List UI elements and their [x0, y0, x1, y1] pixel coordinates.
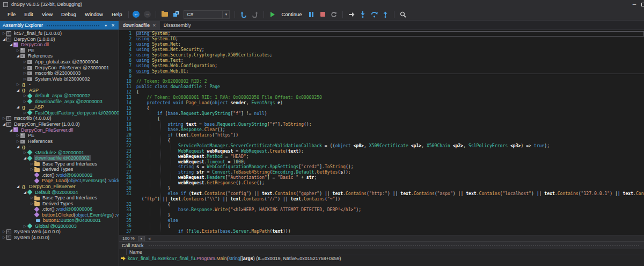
code-line[interactable]: 8using System.Web.UI; [119, 69, 644, 74]
expand-icon[interactable]: ▷ [30, 196, 34, 200]
horizontal-scrollbar[interactable]: ◀ [147, 235, 644, 241]
zoom-level[interactable]: 100 % [119, 236, 138, 241]
collapse-icon[interactable]: ◢ [9, 128, 13, 132]
tree-item[interactable]: button1 : Button @04000001 [0, 218, 119, 224]
redo-button[interactable] [250, 10, 260, 19]
expand-icon[interactable]: ▷ [23, 150, 27, 155]
tree-item[interactable]: ◢DerpyCon_FileServer (1.0.0.0) [0, 121, 119, 127]
tree-item[interactable]: ◢DerpyCon_FileServer.dll [0, 127, 119, 133]
code-line[interactable]: 1using System; [119, 31, 644, 37]
tree-item[interactable]: ▷<Module> @02000001 [0, 149, 119, 155]
expand-icon[interactable]: ▷ [30, 202, 34, 206]
code-line[interactable]: ("ftp") || text.Contains("\\") || text.C… [119, 197, 644, 202]
collapse-icon[interactable]: ◢ [16, 184, 20, 189]
tree-item[interactable]: Page_Load(object, EventArgs) : void @060… [0, 178, 119, 184]
tree-item[interactable]: ◢{}ASP [0, 87, 119, 93]
expand-icon[interactable]: ▷ [2, 229, 6, 234]
callstack-column-header[interactable]: Name [119, 249, 644, 255]
code-line[interactable]: 2using System.IO; [119, 37, 644, 42]
menu-view[interactable]: View [38, 10, 57, 19]
minimize-button[interactable]: ─ [628, 1, 640, 8]
tree-item[interactable]: ◢{}__ASP [0, 104, 119, 110]
tree-item[interactable]: ▷FastObjectFactory_derpycon @02000004 [0, 110, 119, 116]
tab-close-icon[interactable]: ✕ [152, 23, 156, 28]
expand-icon[interactable]: ▷ [23, 71, 27, 75]
expand-icon[interactable]: ▷ [2, 116, 6, 120]
restart-button[interactable] [329, 10, 339, 19]
tree-item[interactable]: ▷{}- [0, 82, 119, 88]
collapse-icon[interactable]: ◢ [16, 88, 20, 92]
tree-item[interactable]: ▷kc57_final_fu (1.0.0.0) [0, 31, 119, 37]
menu-edit[interactable]: Edit [20, 10, 37, 19]
continue-play-icon[interactable] [268, 10, 277, 19]
collapse-icon[interactable]: ◢ [16, 105, 20, 109]
tree-item[interactable]: ▷System.Web @23000002 [0, 76, 119, 82]
navigate-back-button[interactable]: ← [131, 10, 141, 19]
tree-item[interactable]: ▷downloadfile_aspx @02000003 [0, 99, 119, 105]
code-editor[interactable]: 1using System;2using System.IO;3using Sy… [119, 30, 644, 235]
tree-item[interactable]: ▷mscorlib @23000003 [0, 70, 119, 76]
expand-icon[interactable]: ▷ [16, 139, 20, 143]
expand-icon[interactable]: ▷ [16, 82, 20, 87]
tree-item[interactable]: ▷References [0, 138, 119, 144]
tree-item[interactable]: ▷System (4.0.0.0) [0, 235, 119, 241]
expand-icon[interactable]: ▷ [23, 111, 27, 115]
language-select[interactable]: C# ▼ [184, 10, 230, 19]
collapse-icon[interactable]: ◢ [2, 122, 6, 126]
tree-item[interactable]: ▷System.Web (4.0.0.0) [0, 229, 119, 235]
search-icon[interactable] [398, 10, 408, 19]
code-line[interactable]: 16 if (base.Request.QueryString["f"] != … [119, 111, 644, 117]
tree-item[interactable]: ▷PE [0, 48, 119, 54]
tree-item[interactable]: ▷default_aspx @02000002 [0, 93, 119, 99]
tree-item[interactable]: ◢downloadfile @02000002 [0, 155, 119, 161]
menu-help[interactable]: Help [107, 10, 127, 19]
callstack-header[interactable]: Call Stack [119, 242, 644, 249]
expand-icon[interactable]: ▷ [16, 133, 20, 138]
tree-item[interactable]: ▷Global @02000003 [0, 224, 119, 229]
undo-button[interactable] [239, 10, 248, 19]
code-line[interactable]: 20 if (text.Contains("https")) [119, 133, 644, 138]
tree-item[interactable]: ▷Derived Types [0, 200, 119, 206]
code-line[interactable]: 7using System.Web.Configuration; [119, 63, 644, 69]
code-line[interactable]: 37 if (File.Exists(base.Server.MapPath(t… [119, 229, 644, 234]
expand-icon[interactable]: ▷ [23, 60, 27, 64]
zoom-dropdown-icon[interactable]: ▼ [138, 236, 145, 241]
step-out-icon[interactable] [380, 10, 390, 19]
tree-item[interactable]: ◢{}- [0, 144, 119, 150]
expand-icon[interactable]: ▷ [2, 235, 6, 240]
tree-item[interactable]: ◢DerpyCon (1.0.0.0) [0, 37, 119, 42]
tree-item[interactable]: button1Clicked(object, EventArgs) : void [0, 212, 119, 218]
expand-icon[interactable]: ▷ [23, 77, 27, 81]
tree-item[interactable]: ▷DerpyCon_FileServer @23000001 [0, 64, 119, 70]
restore-button[interactable] [640, 1, 644, 8]
expand-icon[interactable]: ▷ [23, 224, 27, 228]
tree-item[interactable]: ◢{}DerpyCon_FileServer [0, 184, 119, 190]
menu-file[interactable]: File [3, 10, 20, 19]
collapse-icon[interactable]: ◢ [16, 54, 20, 58]
code-line[interactable]: 34 } [119, 213, 644, 218]
expand-icon[interactable]: ▷ [2, 31, 6, 35]
panel-position-icon[interactable]: ▾ [103, 23, 109, 28]
open-from-gac-icon[interactable] [171, 10, 181, 19]
menu-window[interactable]: Window [80, 10, 107, 19]
collapse-icon[interactable]: ◢ [9, 42, 13, 47]
code-line[interactable]: 33 base.Response.Write("<h1>HERP, HACKIN… [119, 207, 644, 213]
tree-item[interactable]: ◢DerpyCon.dll [0, 42, 119, 48]
tree-item[interactable]: ◢References [0, 53, 119, 59]
step-into-icon[interactable] [358, 10, 368, 19]
code-line[interactable]: 14 protected void Page_Load(object sende… [119, 100, 644, 106]
collapse-icon[interactable]: ◢ [16, 145, 20, 149]
step-over-icon[interactable] [369, 10, 379, 19]
expand-icon[interactable]: ▷ [16, 48, 20, 53]
tree-item[interactable]: ▷Derived Types [0, 167, 119, 172]
open-file-icon[interactable] [160, 10, 170, 19]
expand-icon[interactable]: ▷ [30, 162, 34, 166]
continue-button[interactable]: Continue [281, 11, 302, 17]
tree-item[interactable]: ▷App_global.asax @23000004 [0, 59, 119, 65]
tree-item[interactable]: ▷mscorlib (4.0.0.0) [0, 116, 119, 121]
navigate-forward-button[interactable]: → [142, 10, 152, 19]
tree-item[interactable]: ▷Base Type and Interfaces [0, 161, 119, 167]
stop-button[interactable] [318, 10, 327, 19]
code-line[interactable]: 35 else [119, 218, 644, 224]
expand-icon[interactable]: ▷ [30, 167, 34, 171]
